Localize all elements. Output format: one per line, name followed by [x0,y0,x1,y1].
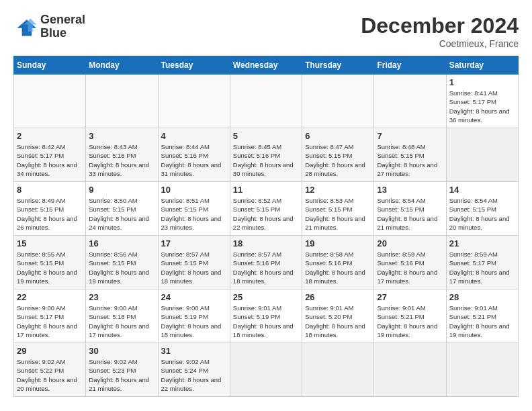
day-cell-20: 20Sunrise: 8:59 AMSunset: 5:16 PMDayligh… [374,236,446,289]
day-cell-3: 3Sunrise: 8:43 AMSunset: 5:16 PMDaylight… [86,128,158,182]
col-tuesday: Tuesday [158,56,230,75]
day-info: Sunrise: 8:53 AMSunset: 5:15 PMDaylight:… [305,196,371,232]
header-row: Sunday Monday Tuesday Wednesday Thursday… [14,56,519,75]
day-number: 19 [305,238,371,248]
day-info: Sunrise: 8:59 AMSunset: 5:16 PMDaylight:… [377,250,443,285]
calendar-week-5: 22Sunrise: 9:00 AMSunset: 5:17 PMDayligh… [14,289,519,343]
day-info: Sunrise: 8:57 AMSunset: 5:15 PMDaylight:… [161,250,227,285]
day-number: 30 [89,346,154,356]
day-cell-1: 1Sunrise: 8:41 AMSunset: 5:17 PMDaylight… [446,75,518,128]
empty-cell [158,75,230,128]
day-cell-11: 11Sunrise: 8:52 AMSunset: 5:15 PMDayligh… [230,182,302,236]
day-number: 1 [449,77,515,87]
day-cell-14: 14Sunrise: 8:54 AMSunset: 5:15 PMDayligh… [446,182,518,236]
col-monday: Monday [86,56,158,75]
day-number: 14 [449,185,515,195]
day-cell-22: 22Sunrise: 9:00 AMSunset: 5:17 PMDayligh… [14,289,86,343]
day-info: Sunrise: 8:48 AMSunset: 5:15 PMDaylight:… [377,142,443,178]
day-info: Sunrise: 9:00 AMSunset: 5:18 PMDaylight:… [89,304,154,339]
day-number: 23 [89,292,154,302]
day-info: Sunrise: 8:50 AMSunset: 5:15 PMDaylight:… [89,196,154,232]
day-info: Sunrise: 8:59 AMSunset: 5:17 PMDaylight:… [449,250,515,285]
day-number: 21 [449,238,515,248]
day-number: 9 [89,185,154,195]
day-number: 22 [17,292,83,302]
day-cell-25: 25Sunrise: 9:01 AMSunset: 5:19 PMDayligh… [230,289,302,343]
day-cell-7: 7Sunrise: 8:48 AMSunset: 5:15 PMDaylight… [374,128,446,182]
day-info: Sunrise: 8:47 AMSunset: 5:15 PMDaylight:… [305,142,371,178]
day-cell-2: 2Sunrise: 8:42 AMSunset: 5:17 PMDaylight… [14,128,86,182]
calendar-week-6: 29Sunrise: 9:02 AMSunset: 5:22 PMDayligh… [14,343,519,397]
logo-text: General Blue [40,13,85,40]
day-number: 27 [377,292,443,302]
day-info: Sunrise: 8:43 AMSunset: 5:16 PMDaylight:… [89,142,154,178]
empty-cell [14,75,86,128]
col-saturday: Saturday [446,56,518,75]
day-number: 16 [89,238,154,248]
col-wednesday: Wednesday [230,56,302,75]
day-cell-12: 12Sunrise: 8:53 AMSunset: 5:15 PMDayligh… [302,182,374,236]
empty-cell [302,75,374,128]
day-info: Sunrise: 8:56 AMSunset: 5:15 PMDaylight:… [89,250,154,285]
day-info: Sunrise: 8:54 AMSunset: 5:15 PMDaylight:… [377,196,443,232]
day-cell-26: 26Sunrise: 9:01 AMSunset: 5:20 PMDayligh… [302,289,374,343]
calendar-week-2: 2Sunrise: 8:42 AMSunset: 5:17 PMDaylight… [14,128,519,182]
day-info: Sunrise: 9:01 AMSunset: 5:21 PMDaylight:… [377,304,443,339]
logo-icon [13,15,38,39]
empty-cell [446,343,518,397]
day-number: 5 [233,131,299,141]
day-cell-17: 17Sunrise: 8:57 AMSunset: 5:15 PMDayligh… [158,236,230,289]
day-cell-29: 29Sunrise: 9:02 AMSunset: 5:22 PMDayligh… [14,343,86,397]
empty-cell [446,128,518,182]
day-info: Sunrise: 8:52 AMSunset: 5:15 PMDaylight:… [233,196,299,232]
day-cell-5: 5Sunrise: 8:45 AMSunset: 5:16 PMDaylight… [230,128,302,182]
day-info: Sunrise: 9:02 AMSunset: 5:24 PMDaylight:… [161,357,227,393]
day-info: Sunrise: 9:01 AMSunset: 5:21 PMDaylight:… [449,304,515,339]
day-cell-31: 31Sunrise: 9:02 AMSunset: 5:24 PMDayligh… [158,343,230,397]
day-info: Sunrise: 8:57 AMSunset: 5:16 PMDaylight:… [233,250,299,285]
day-info: Sunrise: 8:42 AMSunset: 5:17 PMDaylight:… [17,142,83,178]
day-info: Sunrise: 8:45 AMSunset: 5:16 PMDaylight:… [233,142,299,178]
col-thursday: Thursday [302,56,374,75]
day-number: 28 [449,292,515,302]
day-number: 8 [17,185,83,195]
col-sunday: Sunday [14,56,86,75]
day-info: Sunrise: 8:44 AMSunset: 5:16 PMDaylight:… [161,142,227,178]
day-info: Sunrise: 8:55 AMSunset: 5:15 PMDaylight:… [17,250,83,285]
day-cell-30: 30Sunrise: 9:02 AMSunset: 5:23 PMDayligh… [86,343,158,397]
day-cell-19: 19Sunrise: 8:58 AMSunset: 5:16 PMDayligh… [302,236,374,289]
day-info: Sunrise: 9:02 AMSunset: 5:22 PMDaylight:… [17,357,83,393]
day-info: Sunrise: 8:51 AMSunset: 5:15 PMDaylight:… [161,196,227,232]
day-number: 6 [305,131,371,141]
day-cell-27: 27Sunrise: 9:01 AMSunset: 5:21 PMDayligh… [374,289,446,343]
day-number: 11 [233,185,299,195]
day-cell-28: 28Sunrise: 9:01 AMSunset: 5:21 PMDayligh… [446,289,518,343]
empty-cell [230,343,302,397]
day-number: 18 [233,238,299,248]
empty-cell [86,75,158,128]
month-title: December 2024 [361,13,519,38]
day-info: Sunrise: 9:01 AMSunset: 5:20 PMDaylight:… [305,304,371,339]
day-cell-15: 15Sunrise: 8:55 AMSunset: 5:15 PMDayligh… [14,236,86,289]
day-cell-6: 6Sunrise: 8:47 AMSunset: 5:15 PMDaylight… [302,128,374,182]
empty-cell [374,75,446,128]
day-info: Sunrise: 8:54 AMSunset: 5:15 PMDaylight:… [449,196,515,232]
day-cell-24: 24Sunrise: 9:00 AMSunset: 5:19 PMDayligh… [158,289,230,343]
title-area: December 2024 Coetmieux, France [361,13,519,49]
day-number: 4 [161,131,227,141]
day-cell-23: 23Sunrise: 9:00 AMSunset: 5:18 PMDayligh… [86,289,158,343]
day-cell-4: 4Sunrise: 8:44 AMSunset: 5:16 PMDaylight… [158,128,230,182]
calendar-week-1: 1Sunrise: 8:41 AMSunset: 5:17 PMDaylight… [14,75,519,128]
day-number: 13 [377,185,443,195]
calendar-week-4: 15Sunrise: 8:55 AMSunset: 5:15 PMDayligh… [14,236,519,289]
logo-line2: Blue [40,27,85,40]
empty-cell [374,343,446,397]
day-info: Sunrise: 9:02 AMSunset: 5:23 PMDaylight:… [89,357,154,393]
day-cell-8: 8Sunrise: 8:49 AMSunset: 5:15 PMDaylight… [14,182,86,236]
day-cell-16: 16Sunrise: 8:56 AMSunset: 5:15 PMDayligh… [86,236,158,289]
day-number: 7 [377,131,443,141]
day-cell-18: 18Sunrise: 8:57 AMSunset: 5:16 PMDayligh… [230,236,302,289]
location: Coetmieux, France [361,38,519,49]
day-number: 3 [89,131,154,141]
day-info: Sunrise: 8:58 AMSunset: 5:16 PMDaylight:… [305,250,371,285]
